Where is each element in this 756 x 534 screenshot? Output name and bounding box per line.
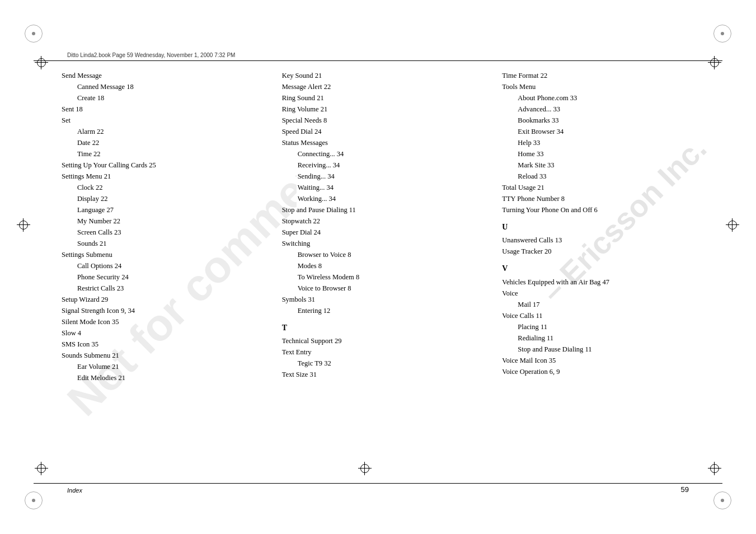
list-item: Voice Operation 6, 9 <box>502 366 711 377</box>
list-item: Bookmarks 33 <box>502 115 711 126</box>
list-item: Browser to Voice 8 <box>282 249 491 260</box>
list-item: Receiving... 34 <box>282 160 491 171</box>
list-item: Setting Up Your Calling Cards 25 <box>62 160 271 171</box>
list-item: Display 22 <box>62 193 271 204</box>
list-item: Vehicles Equipped with an Air Bag 47 <box>502 277 711 288</box>
list-item: Sent 18 <box>62 104 271 115</box>
list-item: Exit Browser 34 <box>502 126 711 137</box>
list-item: Stopwatch 22 <box>282 216 491 227</box>
deco-tl <box>25 25 43 43</box>
list-item: Screen Calls 23 <box>62 227 271 238</box>
list-item: Alarm 22 <box>62 126 271 137</box>
list-item: Set <box>62 115 271 126</box>
section-letter: U <box>502 221 711 233</box>
list-item: Advanced... 33 <box>502 104 711 115</box>
list-item: Stop and Pause Dialing 11 <box>282 204 491 216</box>
list-item: Technical Support 29 <box>282 335 491 346</box>
list-item: Clock 22 <box>62 182 271 193</box>
list-item: Working... 34 <box>282 193 491 204</box>
list-item: Stop and Pause Dialing 11 <box>502 344 711 355</box>
list-item: Signal Strength Icon 9, 34 <box>62 305 271 316</box>
list-item: Text Size 31 <box>282 369 491 380</box>
list-item: Reload 33 <box>502 171 711 182</box>
page-number: 59 <box>681 485 689 494</box>
reg-mark-tr <box>708 56 721 69</box>
deco-bl <box>25 491 43 509</box>
index-column-3: Time Format 22Tools MenuAbout Phone.com … <box>496 70 717 478</box>
list-item: Usage Tracker 20 <box>502 246 711 257</box>
list-item: Connecting... 34 <box>282 148 491 160</box>
list-item: Speed Dial 24 <box>282 126 491 137</box>
list-item: Sounds Submenu 21 <box>62 350 271 361</box>
list-item: Modes 8 <box>282 260 491 271</box>
list-item: Home 33 <box>502 148 711 160</box>
list-item: Phone Security 24 <box>62 271 271 283</box>
section-letter: V <box>502 263 711 275</box>
list-item: Send Message <box>62 70 271 81</box>
list-item: Time Format 22 <box>502 70 711 81</box>
page: Ditto Linda2.book Page 59 Wednesday, Nov… <box>0 0 756 534</box>
list-item: Ring Volume 21 <box>282 104 491 115</box>
list-item: Voice Calls 11 <box>502 310 711 321</box>
reg-mark-tl <box>35 56 48 69</box>
header-text: Ditto Linda2.book Page 59 Wednesday, Nov… <box>67 52 235 58</box>
list-item: My Number 22 <box>62 216 271 227</box>
list-item: Voice <box>502 288 711 299</box>
list-item: Ring Sound 21 <box>282 92 491 104</box>
list-item: Key Sound 21 <box>282 70 491 81</box>
list-item: Edit Melodies 21 <box>62 372 271 383</box>
list-item: Text Entry <box>282 346 491 358</box>
index-column-2: Key Sound 21Message Alert 22Ring Sound 2… <box>276 70 497 478</box>
list-item: Voice Mail Icon 35 <box>502 355 711 366</box>
reg-mark-bl <box>35 462 48 475</box>
list-item: Total Usage 21 <box>502 182 711 193</box>
list-item: Mark Site 33 <box>502 160 711 171</box>
list-item: Call Options 24 <box>62 260 271 271</box>
list-item: Time 22 <box>62 148 271 160</box>
section-letter: T <box>282 322 491 334</box>
list-item: Turning Your Phone On and Off 6 <box>502 204 711 216</box>
list-item: Sounds 21 <box>62 238 271 249</box>
list-item: Waiting... 34 <box>282 182 491 193</box>
index-content: Send MessageCanned Message 18Create 18Se… <box>62 70 717 478</box>
list-item: Settings Menu 21 <box>62 171 271 182</box>
footer-rule <box>34 483 722 484</box>
list-item: Voice to Browser 8 <box>282 283 491 294</box>
reg-mark-left-mid <box>17 218 30 232</box>
list-item: Unanswered Calls 13 <box>502 235 711 246</box>
header-rule <box>34 60 722 61</box>
footer-index-label: Index <box>67 487 82 494</box>
index-column-1: Send MessageCanned Message 18Create 18Se… <box>62 70 276 478</box>
list-item: Switching <box>282 238 491 249</box>
list-item: Restrict Calls 23 <box>62 283 271 294</box>
deco-tr <box>713 25 731 43</box>
list-item: Tegic T9 32 <box>282 358 491 369</box>
list-item: Settings Submenu <box>62 249 271 260</box>
list-item: Symbols 31 <box>282 294 491 305</box>
list-item: Ear Volume 21 <box>62 361 271 372</box>
list-item: Language 27 <box>62 204 271 216</box>
list-item: Silent Mode Icon 35 <box>62 316 271 327</box>
list-item: Sending... 34 <box>282 171 491 182</box>
list-item: Tools Menu <box>502 81 711 92</box>
list-item: Message Alert 22 <box>282 81 491 92</box>
list-item: Help 33 <box>502 137 711 148</box>
list-item: SMS Icon 35 <box>62 339 271 350</box>
list-item: Super Dial 24 <box>282 227 491 238</box>
list-item: Setup Wizard 29 <box>62 294 271 305</box>
list-item: To Wireless Modem 8 <box>282 271 491 283</box>
list-item: TTY Phone Number 8 <box>502 193 711 204</box>
list-item: Date 22 <box>62 137 271 148</box>
list-item: Canned Message 18 <box>62 81 271 92</box>
reg-mark-right-mid <box>726 218 739 232</box>
list-item: Redialing 11 <box>502 332 711 344</box>
list-item: About Phone.com 33 <box>502 92 711 104</box>
list-item: Slow 4 <box>62 327 271 339</box>
list-item: Mail 17 <box>502 299 711 310</box>
list-item: Create 18 <box>62 92 271 104</box>
deco-br <box>713 491 731 509</box>
list-item: Entering 12 <box>282 305 491 316</box>
list-item: Placing 11 <box>502 321 711 332</box>
list-item: Special Needs 8 <box>282 115 491 126</box>
list-item: Status Messages <box>282 137 491 148</box>
